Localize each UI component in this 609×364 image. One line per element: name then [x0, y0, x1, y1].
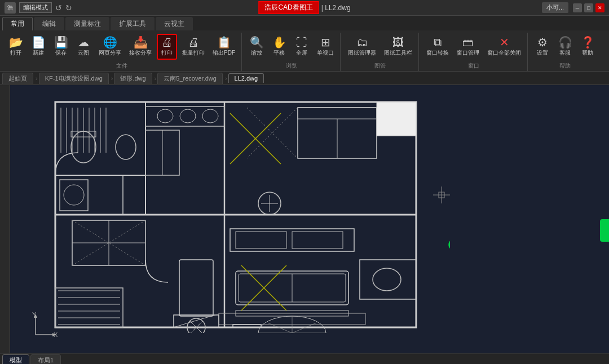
tab-sep-4: › [224, 75, 228, 82]
help-button[interactable]: ❓ 帮助 [577, 35, 598, 59]
win-close-all-icon: ✕ [500, 37, 509, 48]
svg-point-73 [180, 109, 196, 123]
fullscreen-icon: ⛶ [296, 37, 307, 48]
svg-point-74 [202, 109, 218, 123]
tab-kf1[interactable]: KF-1电缆敷设图.dwg [39, 73, 109, 84]
print-icon: 🖨 [161, 37, 173, 48]
file-name-title: | LL2.dwg [321, 4, 351, 12]
ribbon-tabs: 常用 编辑 测量标注 扩展工具 云视主 [0, 16, 609, 30]
layout-tab[interactable]: 布局1 [30, 354, 61, 364]
tab-juxing[interactable]: 矩形.dwg [114, 73, 152, 84]
multiwin-icon: ⊞ [321, 37, 330, 48]
open-label: 打开 [10, 49, 21, 57]
batch-print-label: 批量打印 [182, 49, 205, 57]
floor-plan-svg: ◖ [21, 91, 450, 333]
edit-mode-box[interactable]: 编辑模式 [19, 2, 52, 13]
open-icon: 📂 [9, 37, 23, 48]
svg-rect-26 [55, 175, 123, 215]
cloud-label: 云图 [78, 49, 89, 57]
tab-bianji[interactable]: 编辑 [34, 17, 64, 30]
tab-ll2[interactable]: LL2.dwg [228, 73, 264, 83]
svg-point-28 [64, 185, 84, 205]
win-switch-label: 窗口转换 [426, 49, 449, 57]
drawing-tools-label: 图纸工具栏 [384, 49, 412, 57]
receive-icon: 📥 [134, 37, 148, 48]
save-button[interactable]: 💾 保存 [51, 35, 71, 59]
settings-icon: ⚙ [537, 37, 548, 48]
tab-startpage[interactable]: 起始页 [2, 73, 33, 84]
drawing-group-label: 图管 [374, 61, 386, 70]
webshare-button[interactable]: 🌐 网页分享 [96, 35, 124, 59]
ribbon-group-file: 📂 打开 📄 新建 💾 保存 ☁ 云图 🌐 网页分享 [2, 33, 242, 71]
cloud-button[interactable]: ☁ 云图 [73, 35, 94, 59]
drawing-mgr-button[interactable]: 🗂 图纸管理器 [345, 35, 379, 59]
win-mgr-icon: 🗃 [462, 37, 474, 48]
view-group-label: 浏览 [286, 61, 297, 70]
tab-changyon[interactable]: 常用 [2, 17, 33, 30]
new-icon: 📄 [32, 37, 46, 48]
model-tab[interactable]: 模型 [2, 354, 29, 364]
pan-label: 平移 [273, 49, 285, 57]
file-tab-bar: 起始页 › KF-1电缆敷设图.dwg › 矩形.dwg › 云南5_recov… [0, 72, 609, 85]
ribbon-window-items: ⧉ 窗口转换 🗃 窗口管理 ✕ 窗口全部关闭 [423, 33, 524, 61]
fullscreen-button[interactable]: ⛶ 全屏 [292, 35, 312, 59]
axis-svg: X Y [30, 312, 58, 340]
redo-btn[interactable]: ↻ [65, 3, 72, 12]
tab-sep-3: › [153, 75, 158, 82]
webshare-icon: 🌐 [103, 37, 117, 48]
save-icon: 💾 [54, 37, 68, 48]
svg-rect-29 [145, 102, 224, 215]
new-button[interactable]: 📄 新建 [28, 35, 48, 59]
main-canvas-area: ◖ X [0, 85, 609, 353]
tab-celiang[interactable]: 测量标注 [65, 17, 109, 30]
help-group-label: 帮助 [559, 61, 571, 70]
drawing-tools-icon: 🖼 [392, 37, 404, 48]
print-button[interactable]: 🖨 打印 [157, 34, 177, 60]
svg-rect-39 [179, 260, 213, 316]
zoom-icon: 🔍 [250, 37, 264, 48]
win-mgr-button[interactable]: 🗃 窗口管理 [454, 35, 482, 59]
svg-point-4 [116, 135, 136, 159]
user-button[interactable]: 小可... [542, 2, 568, 13]
minimize-button[interactable]: ─ [573, 3, 582, 12]
app-title: 浩辰CAD看图王 [258, 1, 319, 14]
receive-button[interactable]: 📥 接收分享 [126, 35, 155, 59]
multiwin-button[interactable]: ⊞ 单视口 [314, 35, 337, 59]
tab-kuozhan[interactable]: 扩展工具 [111, 17, 155, 30]
new-label: 新建 [33, 49, 44, 57]
settings-button[interactable]: ⚙ 设置 [532, 35, 553, 59]
export-pdf-icon: 📋 [217, 37, 231, 48]
maximize-button[interactable]: □ [584, 3, 593, 12]
tab-sep-1: › [34, 75, 39, 82]
service-button[interactable]: 🎧 客服 [555, 35, 575, 59]
canvas-area[interactable]: ◖ X [10, 85, 609, 353]
batch-print-icon: 🖨 [188, 37, 199, 48]
title-bar-right: 小可... ─ □ ✕ [542, 2, 604, 13]
app-logo: 浩 [5, 2, 16, 14]
webshare-label: 网页分享 [99, 49, 121, 57]
svg-rect-37 [236, 232, 286, 248]
ribbon-drawing-items: 🗂 图纸管理器 🖼 图纸工具栏 [345, 33, 415, 61]
close-button[interactable]: ✕ [595, 3, 604, 12]
undo-btn[interactable]: ↺ [55, 3, 62, 12]
ribbon-file-items: 📂 打开 📄 新建 💾 保存 ☁ 云图 🌐 网页分享 [6, 33, 238, 61]
tab-yunjie[interactable]: 云视主 [156, 17, 193, 30]
svg-point-52 [373, 268, 401, 291]
title-bar-left: 浩 编辑模式 ↺ ↻ [5, 2, 72, 14]
win-switch-button[interactable]: ⧉ 窗口转换 [423, 35, 452, 59]
pan-icon: ✋ [272, 37, 286, 48]
zoom-button[interactable]: 🔍 缩放 [246, 35, 267, 59]
fullscreen-label: 全屏 [296, 49, 307, 57]
export-pdf-button[interactable]: 📋 输出PDF [210, 35, 238, 59]
ribbon-group-help: ⚙ 设置 🎧 客服 ❓ 帮助 帮助 [529, 33, 601, 71]
zoom-label: 缩放 [251, 49, 262, 57]
batch-print-button[interactable]: 🖨 批量打印 [179, 35, 208, 59]
pan-button[interactable]: ✋ 平移 [269, 35, 289, 59]
win-switch-icon: ⧉ [434, 37, 442, 48]
drawing-tools-button[interactable]: 🖼 图纸工具栏 [381, 35, 415, 59]
tab-yunnan[interactable]: 云南5_recover.dwg [157, 73, 223, 84]
open-button[interactable]: 📂 打开 [6, 35, 26, 59]
win-close-all-button[interactable]: ✕ 窗口全部关闭 [484, 35, 524, 59]
receive-label: 接收分享 [129, 49, 152, 57]
green-side-button[interactable] [600, 219, 609, 242]
